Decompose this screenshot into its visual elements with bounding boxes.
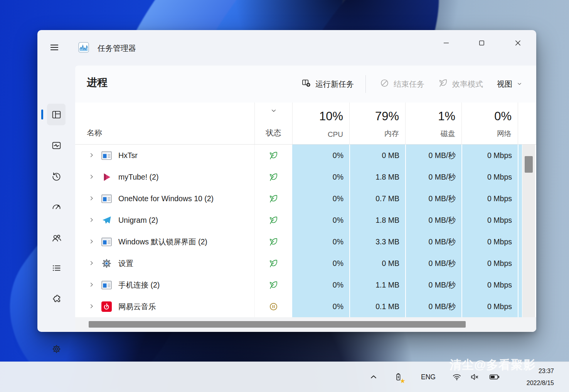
process-row[interactable]: Windows 默认锁屏界面 (2) 0% 3.3 MB 0 MB/秒 0 Mb… (75, 231, 536, 252)
memory-cell: 0.7 MB (349, 188, 405, 209)
process-name: 手机连接 (2) (118, 274, 160, 296)
window-app-app-icon (101, 193, 112, 204)
view-button[interactable]: 视图 (497, 79, 522, 89)
horizontal-scrollbar[interactable] (75, 317, 536, 332)
active-page-indicator (41, 109, 43, 119)
memory-total-pct: 79% (375, 109, 399, 123)
run-new-task-icon (301, 78, 311, 90)
name-header-label: 名称 (87, 128, 102, 138)
cpu-header-label: CPU (328, 130, 343, 139)
heat-sliver (518, 296, 522, 317)
task-manager-app-icon (78, 42, 89, 53)
process-row[interactable]: 网易云音乐 0% 0.1 MB 0 MB/秒 0 Mbps (75, 296, 536, 317)
end-task-button[interactable]: 结束任务 (380, 78, 424, 90)
speedometer-icon (51, 202, 62, 212)
efficiency-mode-label: 效率模式 (452, 79, 483, 89)
pen-battery-icon[interactable]: ★ (390, 369, 406, 385)
column-header-network[interactable]: 0% 网络 (461, 103, 518, 144)
sidebar-item-details[interactable] (47, 258, 66, 278)
sidebar-item-app-history[interactable] (47, 166, 66, 186)
telegram-app-icon (101, 215, 112, 225)
process-name: HxTsr (118, 145, 138, 166)
show-hidden-icons-button[interactable] (365, 369, 382, 385)
expand-chevron-icon[interactable] (88, 173, 95, 180)
disk-cell: 0 MB/秒 (405, 166, 461, 188)
process-row[interactable]: HxTsr 0% 0 MB 0 MB/秒 0 Mbps (75, 145, 536, 166)
process-table-body: HxTsr 0% 0 MB 0 MB/秒 0 Mbps myTube! (2) … (75, 145, 536, 317)
expand-chevron-icon[interactable] (88, 195, 95, 202)
screen: 任务管理器 进程 运行新任务 (0, 0, 569, 392)
column-header-name[interactable]: 名称 (75, 103, 254, 144)
expand-chevron-icon[interactable] (88, 281, 95, 288)
expand-chevron-icon[interactable] (88, 238, 95, 245)
process-row[interactable]: myTube! (2) 0% 1.8 MB 0 MB/秒 0 Mbps (75, 166, 536, 188)
efficiency-leaf-icon (438, 78, 448, 90)
disk-cell: 0 MB/秒 (405, 145, 461, 166)
expand-chevron-icon[interactable] (88, 303, 95, 310)
column-header-disk[interactable]: 1% 磁盘 (405, 103, 461, 144)
column-header-memory[interactable]: 79% 内存 (349, 103, 405, 144)
disk-cell: 0 MB/秒 (405, 274, 461, 296)
titlebar[interactable]: 任务管理器 (37, 30, 536, 66)
process-row[interactable]: OneNote for Windows 10 (2) 0% 0.7 MB 0 M… (75, 188, 536, 209)
heat-sliver (518, 252, 522, 274)
network-cell: 0 Mbps (461, 166, 518, 188)
column-header-status[interactable]: 状态 (254, 103, 292, 144)
process-row[interactable]: Unigram (2) 0% 1.8 MB 0 MB/秒 0 Mbps (75, 209, 536, 231)
sidebar-item-users[interactable] (47, 228, 66, 248)
expand-chevron-icon[interactable] (88, 217, 95, 224)
sidebar-item-processes[interactable] (47, 104, 66, 125)
sidebar-item-startup-apps[interactable] (47, 197, 66, 217)
horizontal-scrollbar-thumb[interactable] (89, 321, 466, 328)
window-app-app-icon (101, 237, 112, 247)
chevron-down-icon (517, 80, 522, 89)
sort-chevron-icon (255, 107, 292, 116)
efficiency-leaf-icon (254, 231, 292, 252)
network-cell: 0 Mbps (461, 188, 518, 209)
expand-chevron-icon[interactable] (88, 152, 95, 159)
process-row[interactable]: 手机连接 (2) 0% 1.1 MB 0 MB/秒 0 Mbps (75, 274, 536, 296)
clock-date: 2022/8/15 (527, 377, 554, 389)
memory-cell: 0 MB (349, 252, 405, 274)
cpu-cell: 0% (292, 209, 349, 231)
puzzle-icon (51, 294, 62, 305)
efficiency-leaf-icon (254, 274, 292, 296)
heat-sliver (518, 166, 522, 188)
sidebar-item-performance[interactable] (47, 135, 66, 155)
task-manager-window: 任务管理器 进程 运行新任务 (37, 30, 536, 332)
network-cell: 0 Mbps (461, 252, 518, 274)
cpu-cell: 0% (292, 166, 349, 188)
memory-cell: 3.3 MB (349, 231, 405, 252)
heat-sliver (518, 231, 522, 252)
suspended-pause-icon (254, 296, 292, 317)
memory-cell: 0 MB (349, 145, 405, 166)
performance-icon (51, 140, 62, 151)
process-name: 网易云音乐 (118, 296, 156, 317)
column-header-cpu[interactable]: 10% CPU (292, 103, 349, 144)
history-clock-icon (51, 171, 62, 182)
memory-cell: 1.1 MB (349, 274, 405, 296)
page-title: 进程 (87, 76, 108, 89)
sidebar-item-services[interactable] (47, 289, 66, 309)
vertical-scrollbar-thumb[interactable] (525, 156, 533, 173)
maximize-button[interactable] (472, 35, 491, 50)
run-new-task-button[interactable]: 运行新任务 (301, 78, 354, 90)
view-label: 视图 (497, 79, 512, 89)
cpu-cell: 0% (292, 296, 349, 317)
process-row[interactable]: 设置 0% 0 MB 0 MB/秒 0 Mbps (75, 252, 536, 274)
window-title: 任务管理器 (98, 43, 136, 54)
vertical-scrollbar[interactable] (522, 145, 535, 318)
network-cell: 0 Mbps (461, 231, 518, 252)
cpu-total-pct: 10% (319, 109, 343, 123)
close-button[interactable] (508, 35, 527, 50)
expand-chevron-icon[interactable] (88, 260, 95, 267)
end-task-label: 结束任务 (394, 79, 424, 89)
hamburger-menu-button[interactable] (47, 42, 63, 54)
efficiency-leaf-icon (254, 209, 292, 231)
language-indicator[interactable]: ENG (417, 369, 439, 385)
efficiency-leaf-icon (254, 188, 292, 209)
cpu-cell: 0% (292, 231, 349, 252)
sidebar-item-settings[interactable] (47, 339, 66, 359)
minimize-button[interactable] (437, 35, 455, 50)
efficiency-mode-button[interactable]: 效率模式 (438, 78, 483, 90)
